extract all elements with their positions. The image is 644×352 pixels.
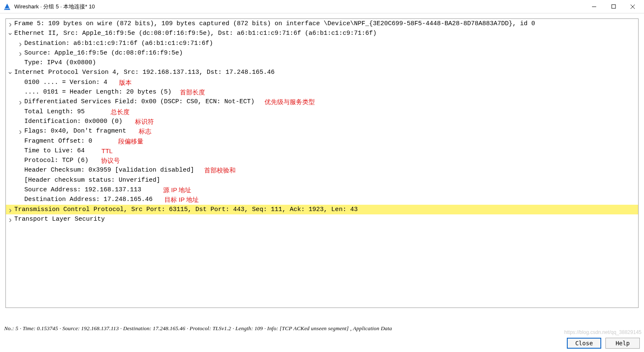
- tree-field-text: Differentiated Services Field: 0x00 (DSC…: [24, 97, 254, 107]
- tree-field-text: Flags: 0x40, Don't fragment: [24, 126, 126, 136]
- tree-row[interactable]: Protocol: TCP (6)协议号: [6, 156, 638, 165]
- chevron-down-icon[interactable]: [6, 68, 14, 78]
- close-button[interactable]: Close: [567, 338, 601, 349]
- tree-field-text: Transmission Control Protocol, Src Port:…: [14, 205, 358, 214]
- tree-row[interactable]: Ethernet II, Src: Apple_16:f9:5e (dc:08:…: [6, 29, 638, 38]
- chevron-right-icon[interactable]: [16, 126, 24, 137]
- tree-field-text: Frame 5: 109 bytes on wire (872 bits), 1…: [14, 19, 535, 29]
- annotation-label: 首部长度: [180, 87, 205, 97]
- tree-row[interactable]: Source: Apple_16:f9:5e (dc:08:0f:16:f9:5…: [6, 48, 638, 58]
- close-window-button[interactable]: [623, 0, 642, 13]
- minimize-button[interactable]: [584, 0, 604, 13]
- wireshark-icon: [3, 3, 11, 10]
- tree-row[interactable]: 0100 .... = Version: 4版本: [6, 78, 638, 87]
- tree-field-text: 0100 .... = Version: 4: [24, 78, 107, 87]
- tree-field-text: Header Checksum: 0x3959 [validation disa…: [24, 165, 194, 175]
- watermark: https://blog.csdn.net/qq_38829145: [564, 329, 641, 335]
- tree-row[interactable]: .... 0101 = Header Length: 20 bytes (5)首…: [6, 87, 638, 97]
- tree-field-text: Source Address: 192.168.137.113: [24, 185, 141, 195]
- tree-field-text: Type: IPv4 (0x0800): [24, 58, 96, 68]
- tree-row[interactable]: Type: IPv4 (0x0800): [6, 58, 638, 68]
- tree-row[interactable]: Header Checksum: 0x3959 [validation disa…: [6, 165, 638, 175]
- tree-field-text: Destination: a6:b1:c1:c9:71:6f (a6:b1:c1…: [24, 39, 213, 48]
- annotation-label: TTL: [101, 146, 113, 156]
- tree-row[interactable]: Identification: 0x0000 (0)标识符: [6, 117, 638, 126]
- tree-row[interactable]: Transmission Control Protocol, Src Port:…: [6, 205, 638, 214]
- tree-row[interactable]: Total Length: 95总长度: [6, 107, 638, 117]
- annotation-label: 协议号: [101, 156, 120, 165]
- annotation-label: 标识符: [135, 117, 154, 126]
- tree-row[interactable]: Destination: a6:b1:c1:c9:71:6f (a6:b1:c1…: [6, 39, 638, 48]
- annotation-label: 总长度: [111, 107, 130, 117]
- tree-row[interactable]: Differentiated Services Field: 0x00 (DSC…: [6, 97, 638, 107]
- annotation-label: 段偏移量: [118, 136, 143, 146]
- tree-row[interactable]: Transport Layer Security: [6, 214, 638, 224]
- chevron-right-icon[interactable]: [6, 214, 14, 225]
- tree-row[interactable]: [Header checksum status: Unverified]: [6, 175, 638, 185]
- dialog-buttons: Close Help: [567, 338, 640, 349]
- chevron-down-icon[interactable]: [6, 29, 14, 39]
- tree-row[interactable]: Flags: 0x40, Don't fragment标志: [6, 126, 638, 136]
- annotation-label: 源 IP 地址: [163, 185, 191, 195]
- tree-row[interactable]: Source Address: 192.168.137.113源 IP 地址: [6, 185, 638, 195]
- tree-field-text: Destination Address: 17.248.165.46: [24, 195, 153, 204]
- window-controls: [584, 0, 642, 13]
- annotation-label: 首部校验和: [204, 165, 236, 175]
- titlebar: Wireshark · 分组 5 · 本地连接* 10: [0, 0, 644, 13]
- tree-row[interactable]: Destination Address: 17.248.165.46目标 IP …: [6, 195, 638, 204]
- tree-row[interactable]: Frame 5: 109 bytes on wire (872 bits), 1…: [6, 19, 638, 29]
- tree-field-text: Internet Protocol Version 4, Src: 192.16…: [14, 68, 275, 77]
- annotation-label: 优先级与服务类型: [265, 97, 315, 107]
- tree-field-text: .... 0101 = Header Length: 20 bytes (5): [24, 87, 171, 97]
- tree-row[interactable]: Time to Live: 64TTL: [6, 146, 638, 156]
- tree-field-text: Ethernet II, Src: Apple_16:f9:5e (dc:08:…: [14, 29, 377, 38]
- annotation-label: 目标 IP 地址: [164, 195, 199, 204]
- tree-field-text: Time to Live: 64: [24, 146, 85, 156]
- packet-details-pane[interactable]: Frame 5: 109 bytes on wire (872 bits), 1…: [5, 18, 639, 308]
- tree-row[interactable]: Fragment Offset: 0段偏移量: [6, 136, 638, 146]
- window-title: Wireshark · 分组 5 · 本地连接* 10: [14, 3, 584, 10]
- annotation-label: 版本: [119, 78, 132, 87]
- chevron-right-icon[interactable]: [16, 48, 24, 59]
- tree-field-text: Fragment Offset: 0: [24, 136, 92, 146]
- tree-field-text: Identification: 0x0000 (0): [24, 117, 122, 126]
- maximize-button[interactable]: [604, 0, 623, 13]
- tree-field-text: Transport Layer Security: [14, 214, 105, 224]
- svg-rect-1: [612, 5, 615, 8]
- tree-field-text: [Header checksum status: Unverified]: [24, 175, 160, 185]
- packet-tree[interactable]: Frame 5: 109 bytes on wire (872 bits), 1…: [6, 19, 638, 224]
- help-button[interactable]: Help: [605, 338, 640, 349]
- annotation-label: 标志: [139, 126, 151, 136]
- tree-field-text: Source: Apple_16:f9:5e (dc:08:0f:16:f9:5…: [24, 48, 183, 58]
- status-line: No.: 5 · Time: 0.153745 · Source: 192.16…: [4, 325, 392, 332]
- tree-row[interactable]: Internet Protocol Version 4, Src: 192.16…: [6, 68, 638, 77]
- tree-field-text: Protocol: TCP (6): [24, 156, 88, 165]
- chevron-right-icon[interactable]: [16, 97, 24, 107]
- tree-field-text: Total Length: 95: [24, 107, 85, 117]
